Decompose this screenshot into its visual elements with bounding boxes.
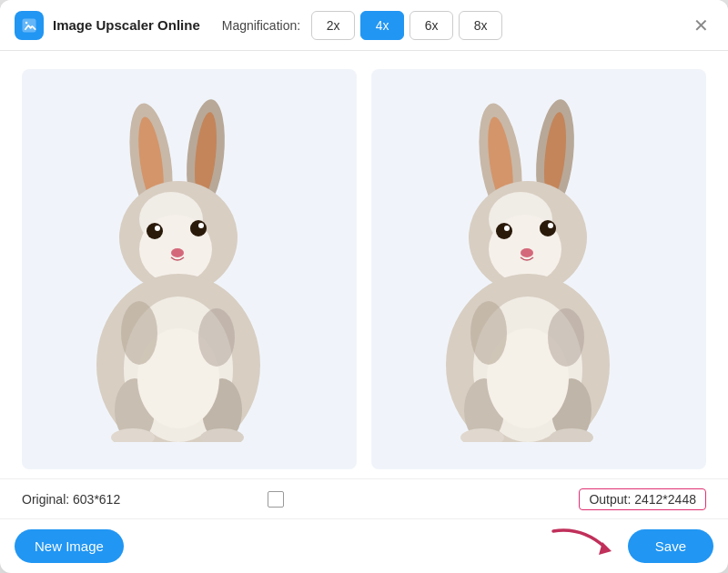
svg-point-35	[548, 223, 553, 228]
app-title: Image Upscaler Online	[53, 17, 200, 33]
status-bar: Original: 603*612 Output: 2412*2448	[0, 478, 728, 518]
svg-point-23	[198, 308, 235, 367]
svg-point-10	[147, 223, 163, 239]
output-image-panel	[371, 69, 706, 469]
magnification-buttons: 2x 4x 6x 8x	[311, 11, 502, 40]
arrow-indicator	[546, 522, 619, 566]
svg-point-14	[171, 248, 184, 257]
new-image-button[interactable]: New Image	[15, 529, 124, 563]
mag-btn-8x[interactable]: 8x	[459, 11, 502, 40]
app-window: Image Upscaler Online Magnification: 2x …	[0, 0, 728, 573]
mag-btn-4x[interactable]: 4x	[360, 11, 404, 40]
svg-point-45	[548, 308, 584, 367]
original-dimensions: Original: 603*612	[22, 492, 120, 507]
svg-point-11	[155, 226, 160, 231]
app-icon	[15, 11, 44, 40]
images-area	[0, 51, 728, 478]
center-square-icon	[268, 491, 284, 508]
svg-point-12	[190, 220, 207, 236]
bottom-bar: New Image Save	[0, 518, 728, 573]
title-bar: Image Upscaler Online Magnification: 2x …	[0, 0, 728, 51]
output-dimensions: Output: 2412*2448	[579, 488, 706, 510]
svg-point-44	[470, 301, 507, 365]
save-button[interactable]: Save	[628, 529, 713, 563]
svg-point-36	[521, 248, 533, 257]
svg-point-1	[25, 21, 27, 23]
svg-point-32	[496, 223, 512, 239]
magnification-label: Magnification:	[222, 18, 300, 33]
svg-point-22	[121, 301, 157, 365]
mag-btn-6x[interactable]: 6x	[410, 11, 453, 40]
svg-point-33	[504, 226, 510, 231]
output-rabbit-image	[402, 96, 675, 442]
svg-point-13	[198, 223, 204, 228]
original-rabbit-image	[53, 96, 326, 442]
close-button[interactable]: ✕	[688, 13, 713, 38]
svg-point-34	[540, 220, 556, 236]
original-image-panel	[22, 69, 357, 469]
mag-btn-2x[interactable]: 2x	[311, 11, 355, 40]
